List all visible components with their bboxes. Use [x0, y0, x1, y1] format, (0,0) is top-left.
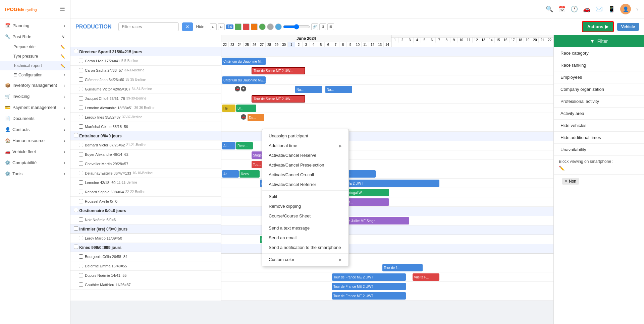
car-icon[interactable]: 🚗 [583, 5, 590, 13]
user-avatar[interactable]: 👤 [620, 4, 631, 14]
group-header-infirmier[interactable]: Infirmier (ère) 0/0=0 jours [70, 224, 221, 234]
person-check[interactable] [79, 190, 83, 194]
clock-icon[interactable]: 🕐 [571, 5, 578, 13]
person-check[interactable] [79, 264, 83, 268]
event-na-1[interactable]: Na... [295, 86, 322, 93]
filter-item-activity-area[interactable]: Activity area [554, 108, 644, 120]
context-menu-item-unassign[interactable]: Unassign participant [262, 131, 348, 141]
sidebar-item-prepare-ride[interactable]: Prepare ride ✏️ [0, 42, 70, 52]
sidebar-item-comptabilite[interactable]: ⚙️ Comptabilité ‹ [0, 157, 70, 168]
toolbar-icon-green[interactable] [235, 23, 241, 30]
person-check[interactable] [79, 273, 83, 277]
toolbar-icon-orange[interactable] [251, 23, 258, 30]
filter-item-race-ranking[interactable]: Race ranking [554, 59, 644, 71]
sidebar-item-inventory[interactable]: 📦 Inventory management ‹ [0, 80, 70, 91]
sidebar-item-tools[interactable]: ⚙️ Tools ‹ [0, 168, 70, 179]
context-menu-item-split[interactable]: Split [262, 192, 348, 201]
person-check[interactable] [79, 236, 83, 240]
group-header-gestionnaire[interactable]: Gestionnaire 0/0=0 jours [70, 206, 221, 215]
group-checkbox-directeur[interactable] [74, 49, 78, 53]
context-menu-item-activate-preselection[interactable]: Activate/Cancel Preselection [262, 160, 348, 170]
context-menu-item-course-sheet[interactable]: Course/Course Sheet [262, 211, 348, 221]
sidebar-item-technical-report[interactable]: Technical report ✏️ [0, 61, 70, 70]
person-check[interactable] [79, 87, 83, 91]
person-check[interactable] [79, 77, 83, 82]
context-menu-item-activate-reserve[interactable]: Activate/Cancel Reserve [262, 150, 348, 160]
filter-tag-x[interactable]: × [565, 179, 567, 184]
sidebar-item-contacts[interactable]: 👤 Contacts ‹ [0, 124, 70, 135]
user-chevron-icon[interactable]: ∨ [636, 7, 639, 11]
mail-icon[interactable]: ✉️ [595, 5, 603, 13]
sidebar-item-invoicing[interactable]: 🛒 Invoicing ‹ [0, 91, 70, 102]
person-check[interactable] [79, 106, 83, 110]
context-menu-item-activate-oncall[interactable]: Activate/Cancel On-call [262, 170, 348, 180]
group-checkbox-entraineur[interactable] [74, 133, 78, 137]
toolbar-icon-grid[interactable]: ⊞ [327, 23, 334, 30]
pencil-icon[interactable]: ✏️ [559, 166, 565, 171]
person-check[interactable] [79, 68, 83, 72]
toolbar-icon-circle-blue[interactable] [275, 23, 282, 30]
event-vuelta[interactable]: Vuelta P... [413, 273, 439, 281]
context-menu-item-send-text[interactable]: Send a text message [262, 223, 348, 233]
event-he[interactable]: He [222, 105, 235, 112]
event-criterium-1[interactable]: Critérium du Dauphiné M... [222, 58, 266, 65]
person-check[interactable] [79, 180, 83, 185]
filter-races-button[interactable]: ✕ [182, 22, 193, 31]
context-menu-item-send-email[interactable]: Send an email [262, 233, 348, 243]
sidebar-item-planning[interactable]: 📅 Planning ‹ [0, 20, 70, 31]
sidebar-item-human-resource[interactable]: 🏠 Human resource ‹ [0, 135, 70, 146]
event-tour-france-4[interactable]: Tour de France ME 2.UWT [332, 292, 406, 300]
sidebar-item-documents[interactable]: 📄 Documents ‹ [0, 113, 70, 124]
toolbar-icon-settings[interactable]: ⚙ [319, 23, 326, 30]
person-check[interactable] [79, 124, 83, 129]
person-check[interactable] [79, 152, 83, 156]
group-checkbox-kines[interactable] [74, 245, 78, 249]
sidebar-item-post-ride[interactable]: 🔧 Post Ride ∨ [0, 31, 70, 42]
calendar-icon[interactable]: 📅 [558, 5, 566, 13]
filter-item-employees[interactable]: Employees [554, 71, 644, 83]
group-header-entraineur[interactable]: Entraineur 0/0=0 jours [70, 131, 221, 140]
event-at[interactable]: At... [222, 170, 239, 178]
group-header-kines[interactable]: Kinés 999/0=999 jours [70, 243, 221, 252]
toolbar-icon-link[interactable]: 🔗 [311, 23, 318, 30]
event-na-2[interactable]: Na... [325, 86, 352, 93]
context-menu-item-activate-referrer[interactable]: Activate/Cancel Referrer [262, 180, 348, 189]
person-check[interactable] [79, 96, 83, 101]
person-check[interactable] [79, 143, 83, 147]
filter-item-professional-activity[interactable]: Professional activity [554, 95, 644, 108]
event-tour-de-f[interactable]: Tour de f... [382, 264, 423, 271]
toolbar-icon-1[interactable]: □ [210, 23, 217, 30]
filter-apply-button[interactable]: ▼ Filter [554, 35, 644, 47]
event-tour-susse-1[interactable]: Tour de Susse ME 2.UW... [252, 67, 305, 74]
group-checkbox-infirmier[interactable] [74, 226, 78, 231]
vehicle-badge[interactable]: Vehicle [617, 23, 639, 31]
group-header-directeur[interactable]: Directeur Sportif 215/0=215 jours [70, 47, 221, 56]
actions-button[interactable]: Actions ▶ [582, 21, 614, 32]
toolbar-icon-circle-gray[interactable] [267, 23, 274, 30]
event-tour-susse-2[interactable]: Tour de Susse ME 2.UW... [252, 95, 305, 103]
sidebar-item-payment[interactable]: 💳 Payment management ‹ [0, 102, 70, 113]
tablet-icon[interactable]: 📱 [608, 5, 615, 13]
context-menu-item-custom-color[interactable]: Custom color ▶ [262, 255, 348, 264]
person-check[interactable] [79, 254, 83, 259]
person-check[interactable] [79, 161, 83, 166]
filter-item-hide-vehicles[interactable]: Hide vehicles [554, 120, 644, 132]
person-check[interactable] [79, 199, 83, 203]
sidebar-item-tyre-pressure[interactable]: Tyre pressure ✏️ [0, 52, 70, 61]
context-menu-item-send-notification[interactable]: Send a notification to the smartphone [262, 243, 348, 252]
event-reco-2[interactable]: Reco... [239, 170, 260, 178]
event-br[interactable]: Br... [236, 105, 256, 112]
toolbar-icon-2[interactable]: □ [218, 23, 225, 30]
event-tour-france-2[interactable]: Tour de France ME 2.UWT [332, 273, 406, 281]
person-check[interactable] [79, 217, 83, 222]
filter-item-hide-additional-times[interactable]: Hide additional times [554, 132, 644, 144]
filter-item-race-category[interactable]: Race category [554, 47, 644, 59]
toolbar-icon-circle-green[interactable] [259, 23, 266, 30]
event-du[interactable]: Du... [248, 114, 264, 121]
context-menu-item-additional-time[interactable]: Additional time ▶ [262, 141, 348, 150]
event-al[interactable]: Al... [222, 142, 235, 149]
event-reco[interactable]: Reco... [236, 142, 253, 149]
sidebar-item-vehicle-fleet[interactable]: 🚗 Vehicle fleet ‹ [0, 146, 70, 157]
person-check[interactable] [79, 282, 83, 287]
filter-item-unavailability[interactable]: Unavailability [554, 144, 644, 156]
